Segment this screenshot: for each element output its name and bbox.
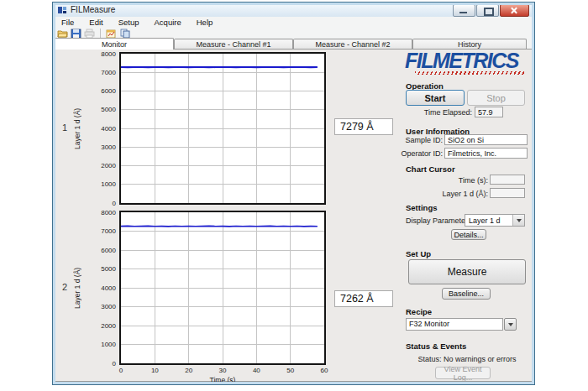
copy-icon[interactable] xyxy=(119,29,130,39)
window-title: FILMeasure xyxy=(71,5,115,14)
y-tick-label: 6000 xyxy=(86,87,116,95)
open-file-icon[interactable] xyxy=(57,29,68,39)
y-tick-label: 2000 xyxy=(86,322,116,330)
x-tick-label: 20 xyxy=(179,367,199,374)
time-elapsed-label: Time Elapsed: xyxy=(388,108,472,117)
thickness-readout-channel-1: 7279 Å xyxy=(334,118,393,135)
screenshot-canvas: FILMeasure File Edit Setup Acquire Help xyxy=(0,0,588,391)
x-tick-label: 40 xyxy=(246,367,266,374)
recipe-value-field[interactable]: F32 Monitor xyxy=(406,318,503,331)
operator-id-input[interactable] xyxy=(444,148,528,159)
sample-id-label: Sample ID: xyxy=(371,136,443,144)
recipe-dropdown-button[interactable] xyxy=(504,318,517,331)
y-tick-label: 1000 xyxy=(86,180,116,188)
x-tick-label: 10 xyxy=(144,367,165,374)
display-parameter-value: Layer 1 d xyxy=(469,216,501,225)
display-parameter-select[interactable]: Layer 1 d xyxy=(465,214,525,227)
sample-id-input[interactable] xyxy=(444,134,528,145)
title-bar: FILMeasure xyxy=(53,3,534,17)
set-up-header: Set Up xyxy=(406,249,431,258)
details-button[interactable]: Details... xyxy=(451,229,486,240)
save-icon[interactable] xyxy=(71,29,81,39)
menu-setup[interactable]: Setup xyxy=(111,18,147,27)
chart-cursor-header: Chart Cursor xyxy=(406,164,455,174)
measure-button[interactable]: Measure xyxy=(408,259,526,284)
y-tick-label: 7000 xyxy=(86,69,116,76)
y-tick-label: 7000 xyxy=(86,227,116,235)
menu-bar: File Edit Setup Acquire Help xyxy=(54,17,533,28)
display-parameter-label: Display Parameter: xyxy=(406,216,470,225)
cursor-time-label: Time (s): xyxy=(405,176,488,185)
app-icon xyxy=(58,6,67,14)
y-axis-tick-labels-chart-1: 010002000300040005000600070008000 xyxy=(87,54,118,203)
y-axis-title-chart-1: Layer 1 d (Å) xyxy=(72,54,82,203)
settings-header: Settings xyxy=(406,203,437,212)
x-tick-label: 50 xyxy=(281,367,301,374)
x-tick-label: 60 xyxy=(314,367,334,374)
y-tick-label: 4000 xyxy=(86,125,116,133)
cursor-time-field xyxy=(490,175,525,185)
menu-file[interactable]: File xyxy=(54,18,81,27)
y-tick-label: 4000 xyxy=(86,284,116,292)
thickness-readout-channel-2: 7262 Å xyxy=(334,290,393,307)
y-tick-label: 5000 xyxy=(86,106,116,113)
operator-id-label: Operator ID: xyxy=(371,149,443,158)
plot-area-chart-2[interactable] xyxy=(119,211,326,365)
filmetrics-logo: FILMETRICS xyxy=(405,50,529,75)
status-text: Status: No warnings or errors xyxy=(406,355,528,363)
y-tick-label: 3000 xyxy=(86,143,116,151)
filmetrics-logo-text: FILMETRICS xyxy=(405,50,529,71)
window-controls xyxy=(453,4,529,17)
cursor-layer-field xyxy=(490,188,525,198)
data-series-line xyxy=(121,226,318,227)
y-tick-label: 8000 xyxy=(86,209,116,216)
y-tick-label: 1000 xyxy=(86,341,116,348)
menu-help[interactable]: Help xyxy=(189,18,221,27)
x-axis-tick-labels-chart-2: 0102030405060 xyxy=(121,367,324,375)
y-tick-label: 6000 xyxy=(86,247,116,254)
y-axis-tick-labels-chart-2: 010002000300040005000600070008000 xyxy=(87,212,118,363)
tab-monitor[interactable]: Monitor xyxy=(55,38,174,50)
y-axis-title-chart-2: Layer 1 d (Å) xyxy=(72,212,82,363)
y-tick-label: 5000 xyxy=(86,265,116,273)
y-tick-label: 2000 xyxy=(86,162,116,169)
channel-1-number: 1 xyxy=(59,123,71,133)
cursor-layer-label: Layer 1 d (Å): xyxy=(392,190,488,198)
maximize-button[interactable] xyxy=(476,4,499,17)
status-events-header: Status & Events xyxy=(406,341,466,351)
plot-area-chart-1[interactable] xyxy=(119,52,326,205)
tab-strip: Monitor Measure - Channel #1 Measure - C… xyxy=(55,38,533,50)
x-tick-label: 0 xyxy=(111,367,131,374)
channel-2-number: 2 xyxy=(59,282,71,292)
stop-button: Stop xyxy=(467,90,525,106)
chart-export-icon[interactable] xyxy=(106,29,117,39)
y-tick-label: 3000 xyxy=(86,303,116,310)
view-event-log-button: View Event Log... xyxy=(435,367,491,379)
x-tick-label: 30 xyxy=(213,367,233,374)
toolbar-separator xyxy=(100,29,101,38)
baseline-button[interactable]: Baseline... xyxy=(442,288,491,300)
minimize-button[interactable] xyxy=(453,4,475,17)
chevron-down-icon xyxy=(512,215,524,226)
y-tick-label: 8000 xyxy=(86,50,116,58)
menu-acquire[interactable]: Acquire xyxy=(147,18,189,27)
print-icon[interactable] xyxy=(84,29,95,39)
y-tick-label: 0 xyxy=(86,200,116,207)
time-elapsed-field xyxy=(475,107,503,117)
x-axis-title: Time (s) xyxy=(121,376,324,384)
recipe-header: Recipe xyxy=(406,307,432,316)
app-window: FILMeasure File Edit Setup Acquire Help xyxy=(52,2,535,385)
close-button[interactable] xyxy=(500,4,529,17)
menu-edit[interactable]: Edit xyxy=(81,18,110,27)
start-button[interactable]: Start xyxy=(406,90,465,106)
